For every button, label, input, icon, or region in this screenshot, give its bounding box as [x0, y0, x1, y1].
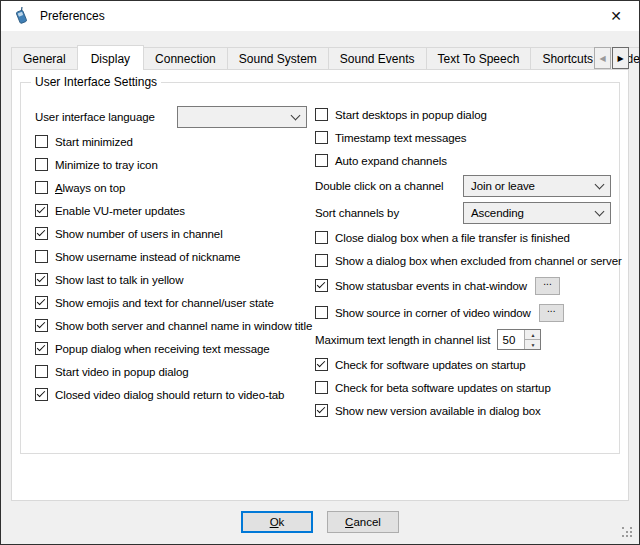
checkbox[interactable] — [315, 108, 328, 121]
checkbox-label[interactable]: Enable VU-meter updates — [55, 205, 185, 217]
spin-up-icon[interactable]: ▲ — [525, 330, 540, 340]
checkbox-check-beta-updates[interactable]: Check for beta software updates on start… — [315, 376, 615, 399]
checkbox-video-source-corner[interactable]: Show source in corner of video window ..… — [315, 299, 615, 326]
checkbox-label[interactable]: Start desktops in popup dialog — [335, 109, 487, 121]
checkbox-start-minimized[interactable]: Start minimized — [35, 130, 307, 153]
checkbox-label[interactable]: Closed video dialog should return to vid… — [55, 389, 284, 401]
tab-sound-events[interactable]: Sound Events — [328, 47, 427, 69]
checkbox[interactable] — [35, 319, 48, 332]
video-source-more-button[interactable]: ... — [539, 304, 564, 322]
checkbox[interactable] — [315, 154, 328, 167]
checkbox-desktops-popup[interactable]: Start desktops in popup dialog — [315, 103, 615, 126]
tab-scroll-right-icon[interactable]: ▶ — [612, 47, 629, 69]
checkbox-last-to-talk[interactable]: Show last to talk in yellow — [35, 268, 307, 291]
checkbox-label[interactable]: Check for beta software updates on start… — [335, 382, 551, 394]
checkbox-label[interactable]: Show both server and channel name in win… — [55, 320, 312, 332]
user-interface-settings-group: User Interface Settings User interface l… — [20, 82, 620, 454]
checkbox[interactable] — [35, 250, 48, 263]
checkbox-label[interactable]: Auto expand channels — [335, 155, 447, 167]
checkbox-label[interactable]: Popup dialog when receiving text message — [55, 343, 270, 355]
checkbox[interactable] — [35, 135, 48, 148]
tab-strip: General Display Connection Sound System … — [11, 45, 629, 69]
max-text-length-row: Maximum text length in channel list ▲ ▼ — [315, 326, 615, 353]
checkbox[interactable] — [35, 227, 48, 240]
checkbox-label[interactable]: Show last to talk in yellow — [55, 274, 183, 286]
checkbox-label[interactable]: Close dialog box when a file transfer is… — [335, 232, 570, 244]
chevron-down-icon — [595, 206, 605, 216]
ok-button-label: Ok — [270, 516, 285, 528]
checkbox-excluded-dialog[interactable]: Show a dialog box when excluded from cha… — [315, 249, 615, 272]
sort-channels-row: Sort channels by Ascending — [315, 199, 615, 226]
checkbox[interactable] — [315, 131, 328, 144]
checkbox-popup-text-message[interactable]: Popup dialog when receiving text message — [35, 337, 307, 360]
checkbox[interactable] — [35, 388, 48, 401]
spinner-buttons: ▲ ▼ — [524, 330, 540, 349]
checkbox-label[interactable]: Show statusbar events in chat-window — [335, 280, 527, 292]
checkbox-minimize-to-tray[interactable]: Minimize to tray icon — [35, 153, 307, 176]
checkbox-new-version-dialog[interactable]: Show new version available in dialog box — [315, 399, 615, 422]
checkbox-close-on-transfer[interactable]: Close dialog box when a file transfer is… — [315, 226, 615, 249]
preferences-dialog: Preferences ✕ General Display Connection… — [0, 0, 640, 545]
language-combobox[interactable] — [177, 106, 307, 128]
checkbox-video-popup[interactable]: Start video in popup dialog — [35, 360, 307, 383]
cancel-button[interactable]: Cancel — [327, 511, 399, 533]
checkbox-show-username[interactable]: Show username instead of nickname — [35, 245, 307, 268]
checkbox[interactable] — [35, 273, 48, 286]
statusbar-events-more-button[interactable]: ... — [535, 277, 560, 295]
tab-scroll-left-icon[interactable]: ◀ — [594, 47, 611, 69]
checkbox-label[interactable]: Show new version available in dialog box — [335, 405, 541, 417]
checkbox-label[interactable]: Minimize to tray icon — [55, 159, 158, 171]
spin-down-icon[interactable]: ▼ — [525, 340, 540, 349]
checkbox-always-on-top[interactable]: Always on top — [35, 176, 307, 199]
checkbox-label[interactable]: Check for software updates on startup — [335, 359, 526, 371]
checkbox[interactable] — [35, 158, 48, 171]
checkbox-statusbar-events[interactable]: Show statusbar events in chat-window ... — [315, 272, 615, 299]
sort-channels-combobox[interactable]: Ascending — [463, 202, 611, 224]
checkbox-vu-meter[interactable]: Enable VU-meter updates — [35, 199, 307, 222]
left-column: User interface language Start minimized … — [35, 103, 307, 422]
groupbox-title: User Interface Settings — [31, 75, 161, 89]
checkbox[interactable] — [315, 306, 328, 319]
checkbox[interactable] — [35, 204, 48, 217]
tab-display[interactable]: Display — [77, 45, 144, 70]
cancel-button-label: Cancel — [345, 516, 381, 528]
tab-sound-system[interactable]: Sound System — [227, 47, 329, 69]
checkbox-label[interactable]: Start minimized — [55, 136, 133, 148]
checkbox[interactable] — [35, 181, 48, 194]
checkbox-label[interactable]: Show username instead of nickname — [55, 251, 240, 263]
checkbox-label[interactable]: Show emojis and text for channel/user st… — [55, 297, 274, 309]
close-icon[interactable]: ✕ — [593, 1, 639, 31]
checkbox[interactable] — [315, 279, 328, 292]
checkbox-label[interactable]: Show source in corner of video window — [335, 307, 531, 319]
checkbox-label[interactable]: Always on top — [55, 182, 125, 194]
double-click-combobox[interactable]: Join or leave — [463, 175, 611, 197]
checkbox[interactable] — [315, 404, 328, 417]
checkbox[interactable] — [35, 296, 48, 309]
checkbox-label[interactable]: Timestamp text messages — [335, 132, 466, 144]
ok-button[interactable]: Ok — [241, 511, 313, 533]
checkbox-label[interactable]: Start video in popup dialog — [55, 366, 188, 378]
checkbox-timestamp-messages[interactable]: Timestamp text messages — [315, 126, 615, 149]
checkbox-show-user-count[interactable]: Show number of users in channel — [35, 222, 307, 245]
checkbox-auto-expand[interactable]: Auto expand channels — [315, 149, 615, 172]
checkbox[interactable] — [315, 381, 328, 394]
checkbox[interactable] — [315, 231, 328, 244]
resize-grip[interactable] — [622, 527, 634, 539]
checkbox[interactable] — [35, 365, 48, 378]
double-click-label: Double click on a channel — [315, 180, 463, 192]
tab-text-to-speech[interactable]: Text To Speech — [426, 47, 532, 69]
checkbox-label[interactable]: Show a dialog box when excluded from cha… — [335, 255, 622, 267]
checkbox[interactable] — [35, 342, 48, 355]
checkbox-check-updates[interactable]: Check for software updates on startup — [315, 353, 615, 376]
checkbox-label[interactable]: Show number of users in channel — [55, 228, 223, 240]
max-text-length-input[interactable] — [498, 330, 524, 349]
checkbox[interactable] — [315, 254, 328, 267]
checkbox[interactable] — [315, 358, 328, 371]
max-text-length-spinner[interactable]: ▲ ▼ — [497, 329, 541, 350]
checkbox-closed-video-return[interactable]: Closed video dialog should return to vid… — [35, 383, 307, 406]
checkbox-emojis-text[interactable]: Show emojis and text for channel/user st… — [35, 291, 307, 314]
tab-general[interactable]: General — [11, 47, 78, 69]
checkbox-server-channel-title[interactable]: Show both server and channel name in win… — [35, 314, 307, 337]
tab-connection[interactable]: Connection — [143, 47, 228, 69]
titlebar: Preferences ✕ — [1, 1, 639, 31]
